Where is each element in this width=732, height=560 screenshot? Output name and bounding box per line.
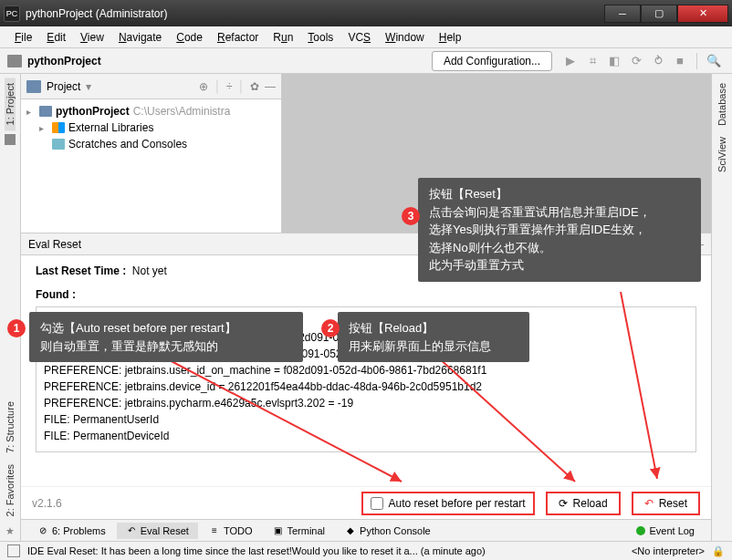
tree-root-label: pythonProject xyxy=(56,105,130,118)
tab-python-console[interactable]: ◆Python Console xyxy=(336,523,440,539)
scratch-icon xyxy=(52,139,65,150)
menu-code[interactable]: Code xyxy=(169,29,210,46)
close-button[interactable]: ✕ xyxy=(677,5,728,23)
annotation-2: 按钮【Reload】 用来刷新界面上的显示信息 xyxy=(338,312,529,362)
gear-icon[interactable]: ✿ xyxy=(250,80,259,93)
maximize-button[interactable]: ▢ xyxy=(641,5,677,23)
status-icon[interactable] xyxy=(7,544,20,557)
menu-file[interactable]: File xyxy=(7,29,39,46)
reset-button[interactable]: ↶ Reset xyxy=(632,492,700,515)
auto-reset-label: Auto reset before per restart xyxy=(389,497,526,510)
annotation-badge-2: 2 xyxy=(321,319,340,337)
library-icon xyxy=(52,122,65,133)
reset-icon: ↶ xyxy=(644,497,654,510)
titlebar: PC pythonProject (Administrator) ─ ▢ ✕ xyxy=(0,0,732,26)
rail-project[interactable]: 1: Project xyxy=(5,78,16,130)
last-reset-label: Last Reset Time : xyxy=(36,264,126,277)
list-item[interactable]: FILE: PermanentDeviceId xyxy=(44,428,688,444)
menu-help[interactable]: Help xyxy=(432,29,469,46)
reset-icon: ↶ xyxy=(126,525,137,536)
tree-root[interactable]: ▸ pythonProject C:\Users\Administra xyxy=(26,103,276,119)
attach-icon[interactable]: ⥁ xyxy=(649,52,667,70)
tab-problems[interactable]: ⊘6: Problems xyxy=(28,523,115,539)
folder-icon xyxy=(7,55,22,67)
version-label: v2.1.6 xyxy=(32,497,62,510)
auto-reset-checkbox-row[interactable]: Auto reset before per restart xyxy=(361,492,535,515)
navbar: pythonProject Add Configuration... ▶ ⌗ ◧… xyxy=(0,48,732,74)
status-message: IDE Eval Reset: It has been a long time … xyxy=(27,545,486,556)
auto-reset-checkbox[interactable] xyxy=(371,497,383,510)
last-reset-value: Not yet xyxy=(132,264,167,277)
tab-eval-reset[interactable]: ↶Eval Reset xyxy=(117,523,198,539)
right-tool-rail: Database SciView xyxy=(711,74,732,541)
search-icon[interactable]: 🔍 xyxy=(705,52,723,70)
menu-refactor[interactable]: Refactor xyxy=(210,29,266,46)
tab-terminal[interactable]: ▣Terminal xyxy=(263,523,334,539)
menu-edit[interactable]: Edit xyxy=(39,29,73,46)
expand-icon[interactable]: ÷ xyxy=(226,80,233,93)
menu-navigate[interactable]: Navigate xyxy=(111,29,169,46)
interpreter-label[interactable]: <No interpreter> xyxy=(632,545,705,556)
tree-root-path: C:\Users\Administra xyxy=(133,105,231,118)
found-label: Found : xyxy=(36,288,76,301)
left-tool-rail: 1: Project 7: Structure 2: Favorites ★ xyxy=(0,74,21,541)
hide-icon[interactable]: — xyxy=(265,80,276,93)
reload-button[interactable]: ⟳ Reload xyxy=(546,492,621,515)
breadcrumb[interactable]: pythonProject xyxy=(27,55,101,67)
reload-label: Reload xyxy=(573,497,608,510)
rail-database[interactable]: Database xyxy=(716,78,727,131)
bottom-tabs: ⊘6: Problems ↶Eval Reset ≡TODO ▣Terminal… xyxy=(21,519,711,541)
annotation-1: 勾选【Auto reset before per restart】 则自动重置，… xyxy=(29,312,303,362)
profile-icon[interactable]: ⟳ xyxy=(627,52,645,70)
terminal-icon: ▣ xyxy=(272,525,283,536)
project-panel-title: Project xyxy=(47,80,80,93)
menu-view[interactable]: View xyxy=(73,29,111,46)
rail-icon[interactable] xyxy=(5,134,16,145)
menu-run[interactable]: Run xyxy=(266,29,300,46)
menubar: File Edit View Navigate Code Refactor Ru… xyxy=(0,26,732,48)
window-title: pythonProject (Administrator) xyxy=(26,7,604,20)
tree-scratches[interactable]: ▸ Scratches and Consoles xyxy=(26,136,276,152)
project-panel: Project ▾ ⊕ │ ÷ │ ✿ — ▸ pythonProject C:… xyxy=(21,74,282,233)
app-icon: PC xyxy=(4,5,20,22)
annotation-badge-1: 1 xyxy=(7,319,26,337)
annotation-3: 按钮【Reset】 点击会询问是否重置试用信息并重启IDE， 选择Yes则执行重… xyxy=(418,178,701,282)
python-icon: ◆ xyxy=(345,525,356,536)
menu-vcs[interactable]: VCS xyxy=(340,29,378,46)
reset-label: Reset xyxy=(659,497,687,510)
folder-icon xyxy=(26,80,41,93)
debug-icon[interactable]: ⌗ xyxy=(583,52,601,70)
tab-event-log[interactable]: Event Log xyxy=(627,523,704,539)
add-configuration-button[interactable]: Add Configuration... xyxy=(432,51,552,71)
tree-label: Scratches and Consoles xyxy=(68,138,187,150)
reload-icon: ⟳ xyxy=(559,497,568,510)
run-icon[interactable]: ▶ xyxy=(561,52,580,70)
stop-icon[interactable]: ■ xyxy=(671,52,689,70)
folder-icon xyxy=(39,106,52,117)
minimize-button[interactable]: ─ xyxy=(604,5,641,23)
todo-icon: ≡ xyxy=(209,525,220,536)
event-dot-icon xyxy=(636,526,645,535)
list-item[interactable]: PREFERENCE: jetbrains.user_id_on_machine… xyxy=(44,362,688,379)
statusbar: IDE Eval Reset: It has been a long time … xyxy=(0,541,732,560)
select-target-icon[interactable]: ⊕ xyxy=(199,80,208,93)
list-item[interactable]: PREFERENCE: jetbrains.device_id = 261220… xyxy=(44,379,688,395)
rail-structure[interactable]: 7: Structure xyxy=(5,396,16,459)
tree-label: External Libraries xyxy=(68,121,153,134)
rail-favorites[interactable]: 2: Favorites xyxy=(5,459,16,522)
menu-tools[interactable]: Tools xyxy=(300,29,340,46)
tab-todo[interactable]: ≡TODO xyxy=(200,523,262,539)
lock-icon[interactable]: 🔒 xyxy=(712,545,725,557)
menu-window[interactable]: Window xyxy=(378,29,432,46)
problems-icon: ⊘ xyxy=(37,525,48,536)
eval-title: Eval Reset xyxy=(28,238,81,251)
list-item[interactable]: PREFERENCE: jetbrains.pycharm.e4629a5c.e… xyxy=(44,395,688,411)
annotation-badge-3: 3 xyxy=(402,207,420,225)
list-item[interactable]: FILE: PermanentUserId xyxy=(44,411,688,428)
tree-external-libs[interactable]: ▸ External Libraries xyxy=(26,119,276,136)
rail-sciview[interactable]: SciView xyxy=(716,131,727,178)
coverage-icon[interactable]: ◧ xyxy=(605,52,623,70)
